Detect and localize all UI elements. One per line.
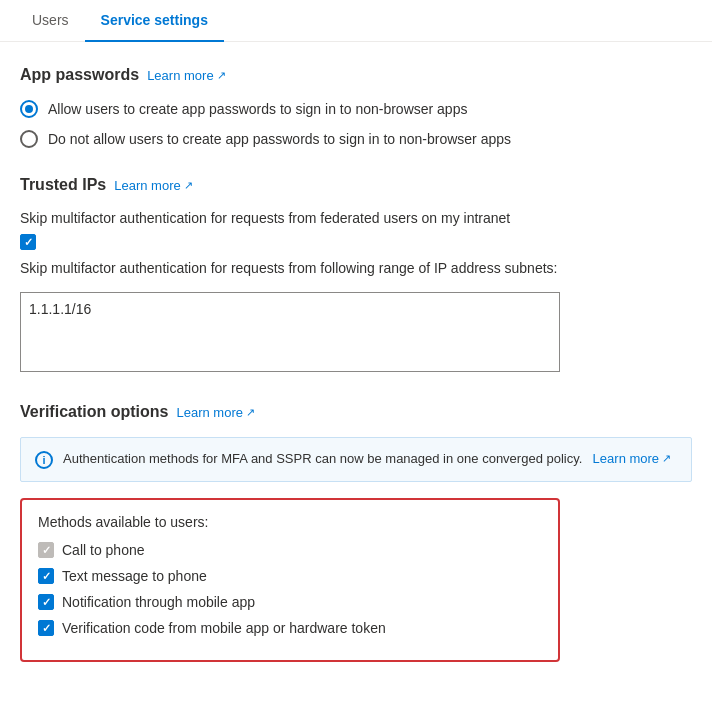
trusted-ips-title: Trusted IPs <box>20 176 106 194</box>
verification-code-label: Verification code from mobile app or har… <box>62 620 386 636</box>
external-link-icon-2: ↗ <box>184 179 193 192</box>
trusted-ips-section: Trusted IPs Learn more ↗ Skip multifacto… <box>20 176 692 375</box>
ip-subnets-input[interactable] <box>20 292 560 372</box>
app-passwords-title: App passwords <box>20 66 139 84</box>
app-passwords-section: App passwords Learn more ↗ Allow users t… <box>20 66 692 148</box>
verification-options-learn-more-label: Learn more <box>176 405 242 420</box>
verification-code-checkbox <box>38 620 54 636</box>
method-verification-code[interactable]: Verification code from mobile app or har… <box>38 620 542 636</box>
method-text-message[interactable]: Text message to phone <box>38 568 542 584</box>
methods-box: Methods available to users: Call to phon… <box>20 498 560 662</box>
external-link-icon-4: ↗ <box>662 451 671 466</box>
radio-disallow-circle <box>20 130 38 148</box>
tab-bar: Users Service settings <box>0 0 712 42</box>
verification-options-learn-more[interactable]: Learn more ↗ <box>176 405 254 420</box>
radio-allow-label: Allow users to create app passwords to s… <box>48 101 467 117</box>
external-link-icon-3: ↗ <box>246 406 255 419</box>
radio-allow[interactable]: Allow users to create app passwords to s… <box>20 100 692 118</box>
skip-range-label: Skip multifactor authentication for requ… <box>20 260 692 276</box>
app-passwords-title-row: App passwords Learn more ↗ <box>20 66 692 84</box>
main-content: App passwords Learn more ↗ Allow users t… <box>0 42 712 709</box>
external-link-icon: ↗ <box>217 69 226 82</box>
method-call-to-phone[interactable]: Call to phone <box>38 542 542 558</box>
verification-options-title: Verification options <box>20 403 168 421</box>
trusted-ips-title-row: Trusted IPs Learn more ↗ <box>20 176 692 194</box>
verification-options-title-row: Verification options Learn more ↗ <box>20 403 692 421</box>
radio-allow-circle <box>20 100 38 118</box>
radio-disallow[interactable]: Do not allow users to create app passwor… <box>20 130 692 148</box>
trusted-ips-learn-more-label: Learn more <box>114 178 180 193</box>
skip-federated-label: Skip multifactor authentication for requ… <box>20 210 692 226</box>
verification-options-section: Verification options Learn more ↗ i Auth… <box>20 403 692 662</box>
info-learn-more-label: Learn more <box>593 450 659 468</box>
info-text: Authentication methods for MFA and SSPR … <box>63 450 671 468</box>
app-passwords-options: Allow users to create app passwords to s… <box>20 100 692 148</box>
call-to-phone-checkbox <box>38 542 54 558</box>
info-banner: i Authentication methods for MFA and SSP… <box>20 437 692 482</box>
methods-title: Methods available to users: <box>38 514 542 530</box>
text-message-checkbox <box>38 568 54 584</box>
info-icon: i <box>35 451 53 469</box>
radio-disallow-label: Do not allow users to create app passwor… <box>48 131 511 147</box>
text-message-label: Text message to phone <box>62 568 207 584</box>
trusted-ips-learn-more[interactable]: Learn more ↗ <box>114 178 192 193</box>
tab-service-settings[interactable]: Service settings <box>85 0 224 42</box>
call-to-phone-label: Call to phone <box>62 542 145 558</box>
skip-federated-checkbox <box>20 234 36 250</box>
app-passwords-learn-more-label: Learn more <box>147 68 213 83</box>
notification-mobile-label: Notification through mobile app <box>62 594 255 610</box>
app-passwords-learn-more[interactable]: Learn more ↗ <box>147 68 225 83</box>
skip-federated-checkbox-item[interactable] <box>20 234 692 250</box>
notification-mobile-checkbox <box>38 594 54 610</box>
info-learn-more[interactable]: Learn more ↗ <box>586 450 671 468</box>
info-text-content: Authentication methods for MFA and SSPR … <box>63 451 582 466</box>
method-notification-mobile[interactable]: Notification through mobile app <box>38 594 542 610</box>
tab-users[interactable]: Users <box>16 0 85 42</box>
